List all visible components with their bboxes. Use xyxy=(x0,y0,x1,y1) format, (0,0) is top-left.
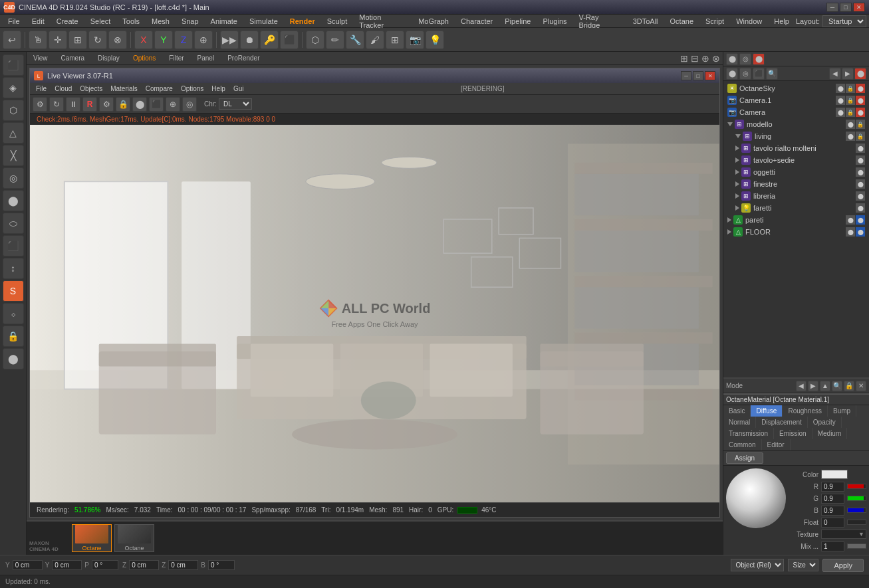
obj-item-pareti[interactable]: △ pareti ⬤ ⬤ xyxy=(725,214,868,226)
lv-menu-file[interactable]: File xyxy=(33,84,50,93)
menu-script[interactable]: Script xyxy=(700,16,729,27)
lv-menu-cloud[interactable]: Cloud xyxy=(51,84,75,93)
light-icon-button[interactable]: 💡 xyxy=(426,31,444,49)
transform-button[interactable]: ⊗ xyxy=(108,31,127,49)
obj-ctrl-vis-ts[interactable]: ⬤ xyxy=(856,155,865,165)
lv-refresh-btn[interactable]: ↻ xyxy=(49,97,64,112)
vp-tab-camera[interactable]: Camera xyxy=(57,54,89,62)
obj-ctrl-vis-tr[interactable]: ⬤ xyxy=(856,144,865,153)
move-button[interactable]: ✛ xyxy=(49,31,67,49)
lv-menu-gui[interactable]: Gui xyxy=(230,84,247,93)
color-swatch[interactable] xyxy=(821,470,848,479)
menu-pipeline[interactable]: Pipeline xyxy=(499,16,536,27)
mat-tab-roughness[interactable]: Roughness xyxy=(783,405,828,417)
close-button[interactable]: ✕ xyxy=(853,3,865,12)
sidebar-btn-3[interactable]: ⬡ xyxy=(3,100,24,121)
menu-3dtoall[interactable]: 3DToAll xyxy=(628,16,664,27)
maximize-button[interactable]: □ xyxy=(840,3,852,12)
sidebar-btn-8[interactable]: ⬭ xyxy=(3,213,24,234)
obj-ctrl-vis-mod[interactable]: ⬤ xyxy=(846,120,855,129)
undo-button[interactable]: ↩ xyxy=(3,31,21,49)
axis-y-button[interactable]: Y xyxy=(154,31,173,49)
menu-window[interactable]: Window xyxy=(731,16,767,27)
obj-ctrl-vis-fin[interactable]: ⬤ xyxy=(856,179,865,189)
g-input[interactable] xyxy=(821,494,844,504)
menu-edit[interactable]: Edit xyxy=(27,16,50,27)
obj-tool-2[interactable]: ◎ xyxy=(739,68,751,80)
axis-all-button[interactable]: ⊕ xyxy=(194,31,213,49)
obj-ctrl-vis-cam1[interactable]: ⬤ xyxy=(836,96,845,105)
z2-input[interactable] xyxy=(168,560,198,570)
obj-ctrl-vis-par[interactable]: ⬤ xyxy=(846,215,855,225)
mat-tab-diffuse[interactable]: Diffuse xyxy=(751,405,783,417)
menu-tools[interactable]: Tools xyxy=(117,16,145,27)
channel-select[interactable]: DL xyxy=(219,98,252,110)
vp-tab-panel[interactable]: Panel xyxy=(193,54,219,62)
mat-tab-emission[interactable]: Emission xyxy=(774,428,812,439)
obj-ctrl-vis-flo[interactable]: ⬤ xyxy=(846,227,855,237)
sidebar-btn-1[interactable]: ⬛ xyxy=(3,54,24,76)
axis-x-button[interactable]: X xyxy=(134,31,153,49)
brush-button[interactable]: 🖌 xyxy=(366,31,384,49)
bottom-tab-octane-2[interactable]: Octane xyxy=(114,524,154,552)
y-input[interactable] xyxy=(13,560,43,570)
scale-button[interactable]: ⊞ xyxy=(68,31,87,49)
z-input[interactable] xyxy=(129,560,159,570)
camera-icon-button[interactable]: 📷 xyxy=(406,31,424,49)
vp-tab-display[interactable]: Display xyxy=(94,54,124,62)
bottom-tab-octane-1[interactable]: Octane xyxy=(72,524,112,552)
menu-mograph[interactable]: MoGraph xyxy=(413,16,454,27)
obj-ctrl-vis-cam[interactable]: ⬤ xyxy=(836,108,845,117)
lv-lock-btn[interactable]: 🔒 xyxy=(116,97,130,112)
obj-ctrl-lock-cam[interactable]: 🔒 xyxy=(846,108,855,117)
mode-next-btn[interactable]: ▶ xyxy=(808,381,818,391)
sidebar-btn-14[interactable]: ⬤ xyxy=(3,348,24,369)
lv-menu-objects[interactable]: Objects xyxy=(76,84,106,93)
sidebar-btn-4[interactable]: △ xyxy=(3,122,24,144)
layout-dropdown[interactable]: Startup xyxy=(822,15,866,27)
menu-animate[interactable]: Animate xyxy=(205,16,243,27)
lv-render-btn[interactable]: R xyxy=(82,97,97,112)
obj-ctrl-lock-cam1[interactable]: 🔒 xyxy=(846,96,855,105)
r-input[interactable] xyxy=(821,482,844,492)
menu-snap[interactable]: Snap xyxy=(176,16,204,27)
p-input[interactable] xyxy=(92,560,118,570)
cube-button[interactable]: ⬡ xyxy=(306,31,324,49)
lv-menu-help[interactable]: Help xyxy=(208,84,229,93)
menu-sculpt[interactable]: Sculpt xyxy=(322,16,353,27)
obj-item-living[interactable]: ⊞ living ⬤ 🔒 xyxy=(725,130,868,142)
lv-close-btn[interactable]: ✕ xyxy=(705,71,715,80)
assign-button[interactable]: Assign xyxy=(726,452,763,464)
menu-file[interactable]: File xyxy=(3,16,25,27)
mode-up-btn[interactable]: ▲ xyxy=(820,381,830,391)
obj-item-faretti[interactable]: 💡 faretti ⬤ xyxy=(725,202,868,214)
menu-plugins[interactable]: Plugins xyxy=(537,16,572,27)
mat-tab-basic[interactable]: Basic xyxy=(723,405,751,417)
lv-dot-btn[interactable]: ⬤ xyxy=(132,97,147,112)
lv-menu-compare[interactable]: Compare xyxy=(142,84,176,93)
b-input[interactable] xyxy=(208,560,235,570)
axis-z-button[interactable]: Z xyxy=(174,31,193,49)
g-bar[interactable] xyxy=(847,496,866,501)
rp-btn-1[interactable]: ⬤ xyxy=(726,53,738,65)
obj-tool-5[interactable]: ◀ xyxy=(829,68,841,80)
obj-tool-7[interactable]: ⬤ xyxy=(854,68,866,80)
float-input[interactable] xyxy=(821,518,844,528)
obj-item-modello[interactable]: ⊞ modello ⬤ 🔒 xyxy=(725,118,868,130)
render-viewport[interactable]: ALL PC World Free Apps One Click Away xyxy=(30,125,719,502)
menu-character[interactable]: Character xyxy=(455,16,498,27)
obj-item-finestre[interactable]: ⊞ finestre ⬤ xyxy=(725,178,868,190)
mode-search-btn[interactable]: 🔍 xyxy=(832,381,842,391)
obj-ctrl-vis-lib[interactable]: ⬤ xyxy=(856,191,865,201)
lv-config-btn[interactable]: ⚙ xyxy=(99,97,114,112)
b-bar[interactable] xyxy=(847,508,866,513)
obj-tool-1[interactable]: ⬤ xyxy=(726,68,738,80)
obj-item-floor[interactable]: △ FLOOR ⬤ ⬤ xyxy=(725,226,868,238)
vp-tab-filter[interactable]: Filter xyxy=(165,54,187,62)
size-dropdown[interactable]: Size xyxy=(788,559,818,571)
float-bar[interactable] xyxy=(847,520,866,525)
obj-ctrl-vis-ogg[interactable]: ⬤ xyxy=(856,167,865,177)
keyframe-button[interactable]: 🔑 xyxy=(260,31,279,49)
menu-render[interactable]: Render xyxy=(285,16,320,27)
menu-help[interactable]: Help xyxy=(769,16,795,27)
